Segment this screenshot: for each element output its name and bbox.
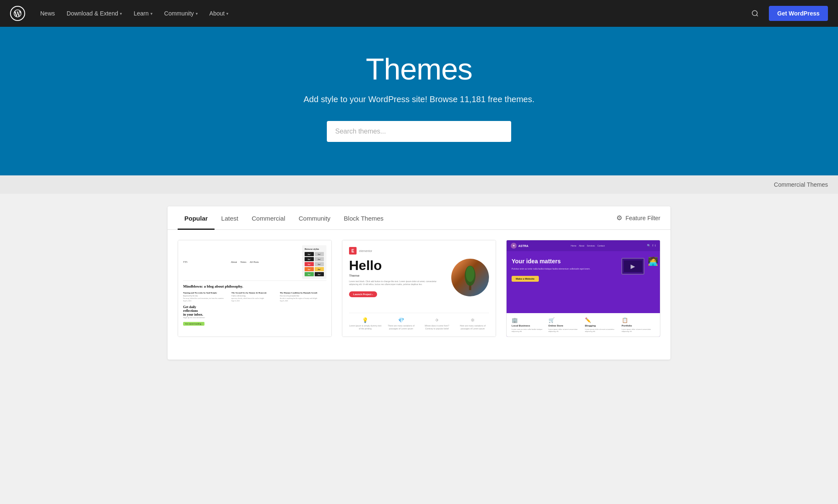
search-icon: [751, 10, 759, 17]
feature-filter-label: Feature Filter: [626, 215, 660, 221]
astra-hero-title: Your idea matters: [512, 258, 616, 265]
astra-online-store-icon: 🛒: [548, 317, 555, 323]
astra-search-icon: 🔍: [647, 244, 651, 247]
astra-people-figures: 🧑‍💻: [648, 256, 658, 266]
nav-item-community[interactable]: Community ▾: [159, 7, 203, 20]
astra-hero-illustration: ▶ 🧑‍💻: [621, 258, 655, 275]
tab-popular[interactable]: Popular: [178, 206, 215, 230]
search-icon-button[interactable]: [748, 6, 762, 21]
astra-feature-online-store: 🛒 Online Store Lorem ipsum dolor sit ame…: [548, 317, 582, 332]
svg-line-1: [757, 15, 758, 16]
hello-feature-3: ✈ Where does it come from? Contrary to p…: [421, 317, 453, 330]
tab-community[interactable]: Community: [292, 206, 337, 230]
commercial-themes-bar: Commercial Themes: [0, 175, 838, 194]
tt5-newsletter-heading: Get dailyreflectionsin your inbox.: [183, 305, 326, 316]
astra-portfolio-desc: Lorem ipsum dolor sit amet consectetur a…: [622, 328, 655, 332]
nav-download-chevron: ▾: [120, 11, 122, 16]
astra-nav-about: About: [579, 244, 585, 247]
hello-description: Lorem text block. Click add button to ch…: [349, 280, 446, 286]
theme-tabs: Popular Latest Commercial Community Bloc…: [168, 206, 670, 230]
color-block-gray3: Aa↑: [315, 262, 324, 266]
svg-point-0: [752, 10, 757, 15]
astra-local-biz-title: Local Business: [512, 324, 530, 327]
color-block-green: Aa↑: [305, 272, 314, 276]
hero-subtitle: Add style to your WordPress site! Browse…: [8, 95, 830, 104]
astra-tw-icon: t: [655, 244, 656, 247]
tt5-browse-panel: Browse styles Aa↑ Aa↑ Aa↑ Aa↑ Aa: [302, 245, 326, 279]
tt5-left-col: Mindblown: a blog about philosophy. Nami…: [183, 284, 326, 326]
astra-feature-portfolio: 📋 Portfolio Lorem ipsum dolor sit amet c…: [622, 317, 655, 332]
astra-fb-icon: f: [652, 244, 653, 247]
nav-links: News Download & Extend ▾ Learn ▾ Communi…: [35, 7, 748, 20]
tt5-signup-btn: Get started mailing ›: [183, 322, 204, 326]
tt5-browse-title: Browse styles: [305, 248, 324, 250]
tab-commercial[interactable]: Commercial: [245, 206, 292, 230]
hello-feature-icon-4: ❄: [471, 317, 475, 323]
theme-card-tt5[interactable]: TT5 About Notes All Posts Browse styles …: [178, 240, 332, 337]
nav-community-chevron: ▾: [196, 11, 198, 16]
astra-blogging-desc: Lorem ipsum dolor sit amet consectetur a…: [585, 328, 618, 332]
theme-search-input[interactable]: [327, 121, 511, 142]
tt5-main-content: Mindblown: a blog about philosophy. Nami…: [183, 284, 326, 326]
theme-cards-grid: TT5 About Notes All Posts Browse styles …: [168, 230, 670, 347]
nav-item-learn[interactable]: Learn ▾: [129, 7, 158, 20]
feature-filter-button[interactable]: ⚙ Feature Filter: [616, 207, 660, 229]
color-block-gray2: Aa↑: [315, 257, 324, 261]
tt5-posts: Naming and Necessity by Saul Kripke Impr…: [183, 292, 326, 302]
theme-card-astra[interactable]: ★ ASTRA Home About Services Contact 🔍 f …: [506, 240, 660, 337]
nav-community-label: Community: [164, 10, 194, 17]
hello-text-side: Hello Theme Lorem text block. Click add …: [349, 259, 446, 309]
astra-nav-links: Home About Services Contact: [571, 244, 605, 247]
wp-logo-svg: [13, 9, 22, 18]
hello-feature-text-1: Lorem ipsum is simply dummy text of the …: [349, 324, 382, 330]
color-block-dark2: Aa↑: [305, 257, 314, 261]
get-wordpress-button[interactable]: Get WordPress: [769, 6, 828, 21]
astra-portfolio-icon: 📋: [622, 317, 628, 323]
tt5-post-3: The Human Condition by Hannah Arendt I'm…: [280, 292, 326, 302]
astra-nav-star: ★: [511, 243, 517, 249]
tt5-post-1: Naming and Necessity by Saul Kripke Impr…: [183, 292, 230, 302]
tt5-nav-links: About Notes All Posts: [231, 261, 259, 263]
color-block-dark: Aa↑: [305, 252, 314, 256]
tt5-headline: Mindblown: a blog about philosophy.: [183, 284, 326, 289]
astra-make-website-btn: Make a Website: [512, 276, 539, 282]
hello-launch-btn: Launch Project ›: [349, 291, 377, 297]
hello-tree-svg: [462, 265, 478, 290]
gear-icon: ⚙: [616, 214, 622, 222]
tt5-header: TT5 About Notes All Posts Browse styles …: [183, 245, 326, 281]
nav-learn-label: Learn: [134, 10, 149, 17]
astra-local-biz-icon: 🏢: [512, 317, 518, 323]
nav-item-download[interactable]: Download & Extend ▾: [62, 7, 127, 20]
hello-features: 💡 Lorem ipsum is simply dummy text of th…: [349, 313, 489, 330]
hello-feature-text-3: Where does it come from? Contrary to pop…: [421, 324, 453, 330]
nav-item-news[interactable]: News: [35, 7, 60, 20]
themes-section: Popular Latest Commercial Community Bloc…: [168, 206, 670, 360]
astra-play-icon: ▶: [631, 263, 635, 270]
color-block-orange: Aa↑: [305, 267, 314, 271]
astra-blogging-title: Blogging: [585, 324, 596, 327]
tab-block-themes[interactable]: Block Themes: [337, 206, 391, 230]
astra-hero-text: Your idea matters Pulvinar enim ac torto…: [512, 258, 616, 282]
nav-item-about[interactable]: About ▾: [204, 7, 234, 20]
astra-features-bottom: 🏢 Local Business Lorem enim as tortor nu…: [507, 313, 660, 337]
hello-logo: E elementor: [349, 247, 489, 255]
astra-laptop-graphic: ▶: [621, 258, 644, 275]
nav-about-chevron: ▾: [226, 11, 228, 16]
wp-logo[interactable]: [10, 6, 25, 21]
astra-portfolio-title: Portfolio: [622, 324, 632, 327]
theme-card-hello[interactable]: E elementor Hello Theme Lorem text block…: [342, 240, 496, 337]
nav-right: Get WordPress: [748, 6, 828, 21]
hello-feature-text-2: There are many variations of passages of…: [385, 324, 418, 330]
astra-blogging-icon: ✏️: [585, 317, 591, 323]
astra-nav: ★ ASTRA Home About Services Contact 🔍 f …: [507, 240, 660, 251]
theme-preview-hello: E elementor Hello Theme Lorem text block…: [342, 240, 496, 337]
tab-latest[interactable]: Latest: [215, 206, 245, 230]
astra-local-biz-desc: Lorem enim as tortor nulla facilisi tris…: [512, 328, 545, 332]
commercial-themes-link[interactable]: Commercial Themes: [774, 181, 828, 188]
astra-nav-brand-text: ASTRA: [518, 244, 528, 247]
nav-about-label: About: [210, 10, 225, 17]
astra-feature-local-biz: 🏢 Local Business Lorem enim as tortor nu…: [512, 317, 545, 332]
hello-hero-image: [451, 259, 489, 296]
hero-section: Themes Add style to your WordPress site!…: [0, 27, 838, 175]
astra-online-store-title: Online Store: [548, 324, 564, 327]
